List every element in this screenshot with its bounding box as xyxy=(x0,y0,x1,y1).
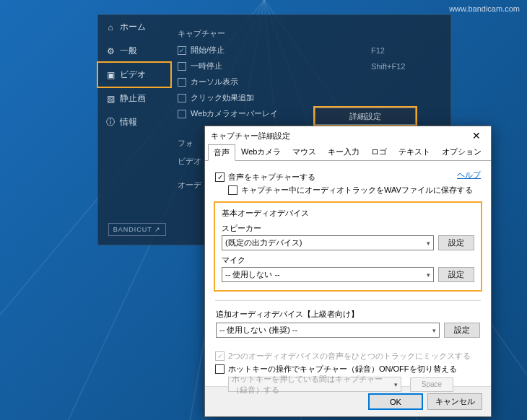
speaker-settings-button[interactable]: 設定 xyxy=(438,235,474,250)
cancel-button[interactable]: キャンセル xyxy=(427,393,482,410)
mix-checkbox: ✓ 2つのオーディオデバイスの音声をひとつのトラックにミックスする xyxy=(215,351,481,362)
mic-label: マイク xyxy=(222,255,474,266)
dialog-body: ヘルプ ✓ 音声をキャプチャーする キャプチャー中にオーディオトラックをWAVフ… xyxy=(205,161,491,386)
checkbox-icon xyxy=(228,185,238,195)
capture-section-title: キャプチャー xyxy=(178,28,443,39)
checkbox-label: 2つのオーディオデバイスの音声をひとつのトラックにミックスする xyxy=(228,351,471,362)
hotkey-value: F12 xyxy=(371,46,443,55)
checkbox-icon: ✓ xyxy=(178,46,186,55)
tab-text[interactable]: テキスト xyxy=(393,144,436,160)
tab-keyinput[interactable]: キー入力 xyxy=(322,144,365,160)
tab-options[interactable]: オプション xyxy=(436,144,487,160)
sidebar-item-general[interactable]: ⚙ 一般 xyxy=(98,39,170,63)
help-link[interactable]: ヘルプ xyxy=(457,170,481,180)
detail-settings-button[interactable]: 詳細設定 xyxy=(315,108,416,125)
checkbox-label: 音声をキャプチャーする xyxy=(228,172,315,183)
save-wav-checkbox[interactable]: キャプチャー中にオーディオトラックをWAVファイルに保存する xyxy=(228,185,481,196)
sidebar-item-info[interactable]: ⓘ 情報 xyxy=(98,110,170,134)
row-label: クリック効果追加 xyxy=(191,92,254,103)
capture-row-pause[interactable]: 一時停止 Shift+F12 xyxy=(178,59,443,73)
checkbox-icon: ✓ xyxy=(215,351,225,361)
dialog-titlebar: キャプチャー詳細設定 ✕ xyxy=(205,126,491,145)
mic-select[interactable]: -- 使用しない -- xyxy=(222,267,434,282)
image-icon: ▧ xyxy=(105,94,116,104)
divider xyxy=(215,300,481,301)
sidebar: ⌂ ホーム ⚙ 一般 ▣ ビデオ ▧ 静止画 ⓘ 情報 BANDICUT ↗ xyxy=(98,15,170,245)
additional-select[interactable]: -- 使用しない (推奨) -- xyxy=(216,323,440,338)
capture-audio-checkbox[interactable]: ✓ 音声をキャプチャーする xyxy=(215,172,481,183)
row-label: カーソル表示 xyxy=(191,76,238,87)
sidebar-item-video[interactable]: ▣ ビデオ xyxy=(98,63,170,87)
basic-audio-group: 基本オーディオデバイス スピーカー (既定の出力デバイス) 設定 マイク -- … xyxy=(215,203,481,290)
checkbox-label: キャプチャー中にオーディオトラックをWAVファイルに保存する xyxy=(241,185,473,196)
sidebar-item-home[interactable]: ⌂ ホーム xyxy=(98,15,170,39)
mic-settings-button[interactable]: 設定 xyxy=(438,267,474,282)
checkbox-icon xyxy=(178,62,186,71)
capture-row-start[interactable]: ✓ 開始/停止 F12 xyxy=(178,43,443,57)
speaker-label: スピーカー xyxy=(222,223,474,234)
watermark: www.bandicam.com xyxy=(449,4,520,13)
capture-detail-dialog: キャプチャー詳細設定 ✕ 音声 Webカメラ マウス キー入力 ロゴ テキスト … xyxy=(204,126,492,417)
capture-row-cursor[interactable]: カーソル表示 xyxy=(178,75,443,89)
row-label: 開始/停止 xyxy=(191,45,371,56)
checkbox-icon xyxy=(215,364,225,374)
bandicut-link[interactable]: BANDICUT ↗ xyxy=(108,223,166,236)
row-label: Webカメラオーバーレイ xyxy=(191,108,278,119)
row-label: 一時停止 xyxy=(191,61,371,71)
sidebar-item-image[interactable]: ▧ 静止画 xyxy=(98,87,170,110)
video-icon: ▣ xyxy=(105,70,116,80)
hotkey-field: Space xyxy=(410,377,453,392)
tab-mouse[interactable]: マウス xyxy=(287,144,322,160)
sidebar-item-label: ホーム xyxy=(120,21,146,33)
checkbox-icon: ✓ xyxy=(215,172,225,182)
tab-webcam[interactable]: Webカメラ xyxy=(235,144,287,160)
hotkey-mode-select: ホットキーを押している間はキャプチャー（録音）する xyxy=(228,377,401,392)
sidebar-item-label: 情報 xyxy=(120,116,137,128)
group-title: 追加オーディオデバイス【上級者向け】 xyxy=(216,309,480,320)
checkbox-icon xyxy=(178,94,186,102)
sidebar-item-label: 一般 xyxy=(120,45,137,57)
sidebar-item-label: ビデオ xyxy=(120,69,146,81)
ok-button[interactable]: OK xyxy=(368,393,423,410)
dialog-tabs: 音声 Webカメラ マウス キー入力 ロゴ テキスト オプション xyxy=(205,145,491,161)
tab-logo[interactable]: ロゴ xyxy=(365,144,393,160)
speaker-select[interactable]: (既定の出力デバイス) xyxy=(222,235,434,250)
sidebar-item-label: 静止画 xyxy=(120,92,146,105)
hotkey-value: Shift+F12 xyxy=(371,62,443,71)
group-title: 基本オーディオデバイス xyxy=(222,208,474,219)
additional-settings-button[interactable]: 設定 xyxy=(444,323,480,338)
home-icon: ⌂ xyxy=(105,22,116,32)
tab-audio[interactable]: 音声 xyxy=(208,144,235,161)
info-icon: ⓘ xyxy=(105,118,116,128)
capture-row-click[interactable]: クリック効果追加 xyxy=(178,91,443,105)
additional-audio-group: 追加オーディオデバイス【上級者向け】 -- 使用しない (推奨) -- 設定 xyxy=(215,308,481,338)
dialog-title: キャプチャー詳細設定 xyxy=(211,131,290,141)
checkbox-icon xyxy=(178,78,186,87)
gear-icon: ⚙ xyxy=(105,46,116,56)
close-icon[interactable]: ✕ xyxy=(468,128,485,143)
checkbox-icon xyxy=(178,110,186,118)
